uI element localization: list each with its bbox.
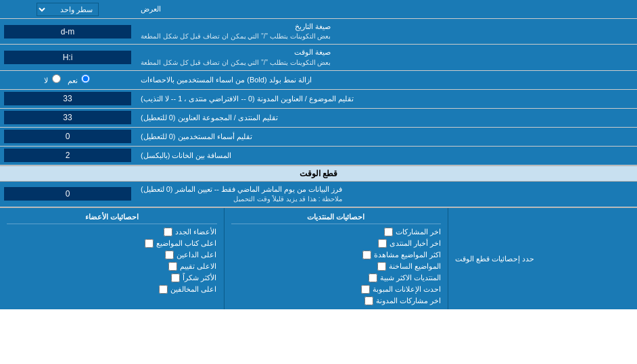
sort-users-label: تقليم أسماء المستخدمين (0 للتعطيل) [135, 128, 637, 146]
bottom-columns: احصائيات المنتديات اخر المشاركات اخر أخب… [0, 208, 448, 309]
sort-forum-label: تقليم المنتدى / المجموعة العناوين (0 للت… [135, 109, 637, 127]
header-title: العرض [141, 4, 161, 14]
checkbox-similar-forums: المنتديات الاكثر شبية [231, 272, 442, 284]
date-format-row: صيغة التاريخ بعض التكوينات يتطلب "/" الت… [0, 19, 637, 45]
checkbox-most-viewed: اكثر المواضيع مشاهدة [231, 249, 442, 261]
radio-no-label: لا [44, 74, 62, 85]
sort-forum-input[interactable] [4, 111, 131, 124]
radio-yes[interactable] [81, 74, 90, 83]
time-format-row: صيغة الوقت بعض التكوينات يتطلب "/" التي … [0, 45, 637, 70]
checkbox-classified-ads: احدث الإعلانات المبوبة [231, 284, 442, 295]
checkbox-last-posts-input[interactable] [384, 228, 393, 236]
sort-users-input-cell[interactable] [0, 128, 135, 146]
remove-bold-label-text: ازالة نمط بولد (Bold) من اسماء المستخدمي… [141, 75, 312, 85]
checkbox-top-writers-input[interactable] [145, 239, 154, 248]
bottom-section: حدد إحصائيات قطع الوقت احصائيات المنتديا… [0, 207, 637, 309]
sort-subject-label: تقليم الموضوع / العناوين المدونة (0 -- ا… [135, 90, 637, 108]
space-entries-input[interactable] [4, 149, 131, 162]
date-format-label: صيغة التاريخ بعض التكوينات يتطلب "/" الت… [135, 19, 637, 44]
checkbox-last-posts: اخر المشاركات [231, 226, 442, 238]
bottom-section-label: حدد إحصائيات قطع الوقت [448, 208, 637, 309]
cutoff-row: فرز البيانات من يوم الماشر الماضي فقط --… [0, 182, 637, 207]
bottom-label-text: حدد إحصائيات قطع الوقت [455, 255, 534, 263]
checkbox-hot-topics-input[interactable] [377, 262, 386, 271]
remove-bold-radio-cell[interactable]: نعم لا [0, 71, 135, 89]
sort-subject-label-text: تقليم الموضوع / العناوين المدونة (0 -- ا… [141, 94, 354, 104]
space-entries-label-text: المسافة بين الخانات (بالبكسل) [141, 151, 232, 161]
checkbox-blog-posts: اخر مشاركات المدونة [231, 295, 442, 307]
remove-bold-label: ازالة نمط بولد (Bold) من اسماء المستخدمي… [135, 71, 637, 89]
radio-yes-label: نعم [68, 74, 91, 85]
sort-forum-label-text: تقليم المنتدى / المجموعة العناوين (0 للت… [141, 113, 278, 123]
cutoff-label: فرز البيانات من يوم الماشر الماضي فقط --… [135, 182, 637, 207]
col-members-header: احصائيات الأعضاء [7, 211, 217, 224]
sort-forum-input-cell[interactable] [0, 109, 135, 127]
checkbox-top-writers: اعلى كتاب المواضيع [7, 238, 217, 249]
space-entries-row: المسافة بين الخانات (بالبكسل) [0, 147, 637, 165]
checkbox-forum-news: اخر أخبار المنتدى [231, 238, 442, 249]
time-format-label: صيغة الوقت بعض التكوينات يتطلب "/" التي … [135, 45, 637, 70]
sort-subject-input[interactable] [4, 92, 131, 105]
cutoff-input-cell[interactable] [0, 182, 135, 207]
time-format-label-main: صيغة الوقت [141, 47, 331, 57]
checkbox-hot-topics: المواضيع الساخنة [231, 261, 442, 272]
sort-users-label-text: تقليم أسماء المستخدمين (0 للتعطيل) [141, 132, 252, 142]
remove-bold-row: ازالة نمط بولد (Bold) من اسماء المستخدمي… [0, 71, 637, 90]
checkbox-similar-forums-input[interactable] [369, 274, 377, 282]
col-members-stats: احصائيات الأعضاء الأعضاء الجدد اعلى كتاب… [0, 208, 224, 309]
checkbox-forum-news-input[interactable] [378, 239, 387, 248]
date-format-input[interactable] [4, 25, 131, 38]
checkbox-new-members-input[interactable] [164, 228, 172, 236]
checkbox-top-rated: الاعلى تقييم [7, 261, 217, 272]
checkbox-top-violators: اعلى المخالفين [7, 284, 217, 295]
cutoff-label-main: فرز البيانات من يوم الماشر الماضي فقط --… [141, 184, 342, 194]
time-format-input[interactable] [4, 51, 131, 64]
checkbox-top-inviters: اعلى الداعين [7, 249, 217, 261]
date-format-label-main: صيغة التاريخ [141, 22, 331, 32]
radio-no[interactable] [52, 74, 61, 83]
sort-subject-input-cell[interactable] [0, 90, 135, 108]
checkbox-blog-posts-input[interactable] [364, 296, 373, 305]
sort-users-row: تقليم أسماء المستخدمين (0 للتعطيل) [0, 128, 637, 147]
date-format-label-sub: بعض التكوينات يتطلب "/" التي يمكن ان تضا… [141, 32, 331, 41]
checkbox-most-thanked-input[interactable] [171, 274, 180, 282]
sort-forum-row: تقليم المنتدى / المجموعة العناوين (0 للت… [0, 109, 637, 128]
checkbox-top-violators-input[interactable] [159, 285, 168, 294]
checkbox-new-members: الأعضاء الجدد [7, 226, 217, 238]
time-format-input-cell[interactable] [0, 45, 135, 70]
space-entries-input-cell[interactable] [0, 147, 135, 165]
checkbox-most-viewed-input[interactable] [362, 251, 371, 259]
cutoff-section-title: قطع الوقت [300, 169, 337, 178]
cutoff-label-sub: ملاحظة : هذا قد يزيد قليلاً وقت التحميل [141, 194, 342, 204]
col-forums-header: احصائيات المنتديات [231, 211, 442, 224]
checkbox-top-rated-input[interactable] [168, 262, 177, 271]
cutoff-input[interactable] [4, 187, 131, 201]
checkbox-classified-ads-input[interactable] [361, 285, 370, 294]
time-format-label-sub: بعض التكوينات يتطلب "/" التي يمكن ان تضا… [141, 58, 331, 68]
date-format-input-cell[interactable] [0, 19, 135, 44]
checkbox-top-inviters-input[interactable] [165, 251, 174, 259]
display-mode-cell[interactable]: سطر واحد متعدد الأسطر [0, 0, 135, 18]
cutoff-section-header: قطع الوقت [0, 165, 637, 182]
main-header-row: العرض سطر واحد متعدد الأسطر [0, 0, 637, 19]
sort-users-input[interactable] [4, 130, 131, 143]
col-forums-stats: احصائيات المنتديات اخر المشاركات اخر أخب… [224, 208, 448, 309]
sort-subject-row: تقليم الموضوع / العناوين المدونة (0 -- ا… [0, 90, 637, 109]
display-mode-select[interactable]: سطر واحد متعدد الأسطر [37, 3, 99, 16]
main-header-label: العرض [135, 0, 637, 18]
checkbox-most-thanked: الأكثر شكراً [7, 272, 217, 284]
space-entries-label: المسافة بين الخانات (بالبكسل) [135, 147, 637, 165]
